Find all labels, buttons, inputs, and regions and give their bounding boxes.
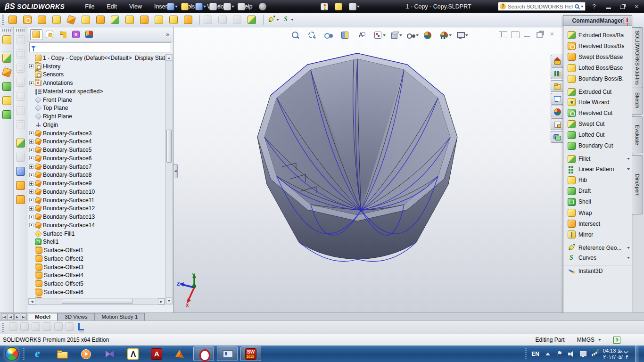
dropdown-caret-icon[interactable] bbox=[627, 168, 630, 170]
task-pane-tab[interactable] bbox=[551, 93, 563, 105]
help-button[interactable]: ? bbox=[589, 3, 599, 10]
dropdown-caret-icon[interactable] bbox=[203, 6, 206, 8]
taskbar-app-button[interactable] bbox=[193, 346, 214, 361]
tree-item[interactable]: Origin bbox=[29, 121, 165, 129]
dropdown-caret-icon[interactable] bbox=[627, 158, 630, 160]
command-button[interactable]: Curves bbox=[563, 253, 632, 263]
tree-item[interactable]: Boundary-Surface12 bbox=[29, 205, 165, 213]
dropdown-caret-icon[interactable] bbox=[357, 6, 360, 8]
expand-icon[interactable] bbox=[29, 198, 33, 202]
manager-tab[interactable] bbox=[57, 29, 69, 40]
tree-item[interactable]: Material <not specified> bbox=[29, 87, 165, 96]
dropdown-caret-icon[interactable] bbox=[246, 6, 248, 8]
display-icon[interactable] bbox=[579, 350, 586, 357]
doc-minimize-button[interactable] bbox=[523, 31, 532, 38]
dropdown-caret-icon[interactable] bbox=[627, 257, 630, 259]
scroll-up-icon[interactable]: ▲ bbox=[166, 54, 172, 61]
search-options-caret-icon[interactable] bbox=[581, 6, 584, 8]
expand-icon[interactable] bbox=[29, 131, 33, 135]
command-button[interactable]: Instant3D bbox=[563, 265, 632, 276]
tree-item[interactable]: Boundary-Surface11 bbox=[29, 196, 165, 205]
document-tab[interactable]: 3D Views bbox=[58, 313, 94, 321]
close-button[interactable]: × bbox=[632, 3, 641, 10]
command-button[interactable]: Swept Cut bbox=[563, 119, 632, 130]
toolbar-drag-handle[interactable] bbox=[2, 29, 11, 32]
action-center-icon[interactable] bbox=[556, 350, 563, 357]
command-button[interactable]: Swept Boss/Base bbox=[563, 51, 632, 62]
start-button-icon[interactable] bbox=[5, 347, 19, 361]
tree-item[interactable]: Boundary-Surface8 bbox=[29, 171, 165, 180]
tree-item[interactable]: Boundary-Surface7 bbox=[29, 163, 165, 171]
task-pane-tab[interactable] bbox=[551, 67, 563, 79]
tree-vertical-scrollbar[interactable]: ▲ ▼ bbox=[165, 54, 173, 304]
taskbar-app-button[interactable] bbox=[123, 346, 143, 361]
dropdown-caret-icon[interactable] bbox=[189, 6, 192, 8]
more-tabs-button[interactable]: » bbox=[164, 31, 171, 38]
scroll-right-icon[interactable]: ▶ bbox=[158, 298, 165, 304]
dropdown-caret-icon[interactable] bbox=[399, 34, 402, 36]
expand-icon[interactable] bbox=[29, 81, 33, 85]
document-tab[interactable]: Motion Study 1 bbox=[95, 313, 145, 321]
command-button[interactable]: Linear Pattern bbox=[563, 164, 632, 174]
command-button[interactable]: Lofted Cut bbox=[563, 130, 632, 140]
dropdown-caret-icon[interactable] bbox=[291, 19, 294, 21]
dropdown-caret-icon[interactable] bbox=[175, 6, 178, 8]
command-button[interactable]: Fillet bbox=[563, 153, 632, 164]
dropdown-caret-icon[interactable] bbox=[231, 6, 234, 8]
manager-tab[interactable] bbox=[83, 29, 95, 40]
dropdown-caret-icon[interactable] bbox=[416, 34, 419, 36]
language-indicator[interactable]: EN bbox=[531, 351, 539, 357]
scroll-left-icon[interactable]: ◀ bbox=[29, 298, 35, 304]
command-manager-tab[interactable]: SOLIDWORKS Add-Ins bbox=[632, 27, 643, 88]
document-tab[interactable]: Model bbox=[28, 313, 58, 321]
first-tab-icon[interactable]: |◀ bbox=[1, 313, 7, 320]
panel-collapse-handle[interactable]: ◀ bbox=[173, 164, 178, 178]
dropdown-caret-icon[interactable] bbox=[465, 34, 468, 36]
expand-icon[interactable] bbox=[29, 64, 33, 68]
pin-icon[interactable] bbox=[623, 17, 630, 24]
command-button[interactable]: Draft bbox=[563, 186, 632, 197]
split-right-button[interactable] bbox=[511, 31, 520, 38]
dropdown-caret-icon[interactable] bbox=[276, 19, 279, 21]
tree-item[interactable]: Shell1 bbox=[29, 238, 165, 247]
last-tab-icon[interactable]: ▶| bbox=[21, 313, 27, 320]
tree-horizontal-scrollbar[interactable]: ◀ ▶ bbox=[28, 298, 165, 305]
expand-icon[interactable] bbox=[29, 189, 33, 194]
dropdown-caret-icon[interactable] bbox=[449, 34, 452, 36]
tree-item[interactable]: 1 - Copy - Copy (Default<<Default>_Displ… bbox=[29, 54, 165, 62]
tree-item[interactable]: Top Plane bbox=[29, 104, 165, 113]
command-manager-tab[interactable]: Sketch bbox=[632, 86, 643, 115]
tree-item[interactable]: Surface-Offset6 bbox=[29, 288, 165, 296]
search-icon[interactable] bbox=[575, 4, 579, 8]
command-button[interactable]: Wrap bbox=[563, 207, 632, 218]
task-pane-tab[interactable] bbox=[551, 55, 563, 66]
dropdown-caret-icon[interactable] bbox=[383, 34, 386, 36]
dropdown-caret-icon[interactable] bbox=[217, 6, 220, 8]
split-left-button[interactable] bbox=[499, 31, 507, 38]
next-tab-icon[interactable]: ▶ bbox=[14, 313, 20, 320]
toolbar-drag-handle[interactable] bbox=[2, 15, 4, 25]
tree-item[interactable]: Surface-Offset3 bbox=[29, 263, 165, 272]
expand-icon[interactable] bbox=[29, 156, 33, 160]
taskbar-app-button[interactable] bbox=[240, 346, 261, 361]
task-pane-tab[interactable] bbox=[551, 118, 563, 130]
toolbar-drag-handle[interactable] bbox=[16, 29, 25, 32]
tree-item[interactable]: Sensors bbox=[29, 71, 165, 79]
tree-item[interactable]: Boundary-Surface4 bbox=[29, 138, 165, 146]
dropdown-caret-icon[interactable] bbox=[627, 247, 630, 249]
taskbar-app-button[interactable] bbox=[28, 346, 49, 361]
task-pane-tab[interactable] bbox=[551, 131, 563, 143]
expand-icon[interactable] bbox=[29, 140, 33, 144]
taskbar-app-button[interactable] bbox=[75, 346, 96, 361]
command-button[interactable]: Extruded Boss/Base bbox=[563, 30, 632, 41]
taskbar-app-button[interactable] bbox=[217, 346, 238, 361]
expand-icon[interactable] bbox=[29, 206, 33, 211]
task-pane-tab[interactable] bbox=[551, 106, 563, 117]
manager-tab[interactable] bbox=[30, 29, 42, 40]
search-input[interactable] bbox=[508, 4, 573, 9]
expand-icon[interactable] bbox=[29, 148, 33, 152]
scrollbar-thumb[interactable] bbox=[166, 130, 172, 163]
expand-icon[interactable] bbox=[29, 215, 33, 219]
command-button[interactable]: Revolved Boss/Base bbox=[563, 41, 632, 51]
expand-icon[interactable] bbox=[29, 173, 33, 177]
